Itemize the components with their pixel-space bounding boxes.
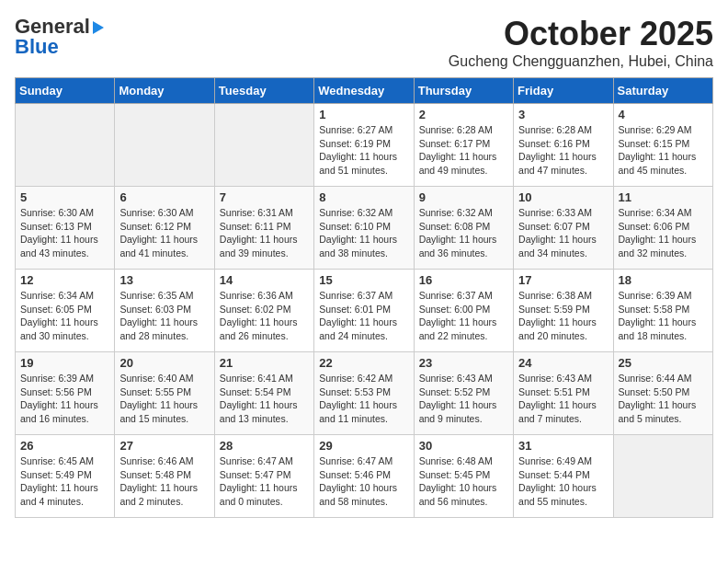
day-info: Sunrise: 6:47 AMSunset: 5:46 PMDaylight:… xyxy=(319,454,408,509)
day-number: 4 xyxy=(619,108,708,121)
header-monday: Monday xyxy=(115,78,214,104)
calendar-cell xyxy=(214,104,313,187)
day-info: Sunrise: 6:30 AMSunset: 6:13 PMDaylight:… xyxy=(20,206,109,260)
day-number: 29 xyxy=(319,439,408,453)
calendar-cell: 3Sunrise: 6:28 AMSunset: 6:16 PMDaylight… xyxy=(514,104,613,187)
day-number: 6 xyxy=(119,190,209,204)
calendar-week-row: 12Sunrise: 6:34 AMSunset: 6:05 PMDayligh… xyxy=(16,270,713,352)
calendar-cell: 5Sunrise: 6:30 AMSunset: 6:13 PMDaylight… xyxy=(16,187,115,270)
logo-arrow-icon xyxy=(93,21,104,34)
day-info: Sunrise: 6:39 AMSunset: 5:58 PMDaylight:… xyxy=(619,289,708,343)
day-info: Sunrise: 6:31 AMSunset: 6:11 PMDaylight:… xyxy=(220,206,309,260)
day-number: 7 xyxy=(220,190,309,204)
calendar-week-row: 1Sunrise: 6:27 AMSunset: 6:19 PMDaylight… xyxy=(16,104,713,187)
day-number: 8 xyxy=(319,190,408,204)
calendar-cell: 29Sunrise: 6:47 AMSunset: 5:46 PMDayligh… xyxy=(314,435,414,518)
calendar-week-row: 5Sunrise: 6:30 AMSunset: 6:13 PMDaylight… xyxy=(16,187,713,270)
calendar-week-row: 26Sunrise: 6:45 AMSunset: 5:49 PMDayligh… xyxy=(16,435,713,518)
calendar-cell: 31Sunrise: 6:49 AMSunset: 5:44 PMDayligh… xyxy=(514,435,613,518)
day-info: Sunrise: 6:30 AMSunset: 6:12 PMDaylight:… xyxy=(119,206,209,260)
page-header: General Blue October 2025 Gucheng Chengg… xyxy=(15,15,713,70)
calendar-cell: 13Sunrise: 6:35 AMSunset: 6:03 PMDayligh… xyxy=(115,270,214,352)
calendar-cell: 22Sunrise: 6:42 AMSunset: 5:53 PMDayligh… xyxy=(314,352,414,435)
header-friday: Friday xyxy=(514,78,613,104)
day-info: Sunrise: 6:37 AMSunset: 6:00 PMDaylight:… xyxy=(419,289,508,343)
day-info: Sunrise: 6:33 AMSunset: 6:07 PMDaylight:… xyxy=(518,206,608,260)
calendar-cell: 8Sunrise: 6:32 AMSunset: 6:10 PMDaylight… xyxy=(314,187,414,270)
day-info: Sunrise: 6:44 AMSunset: 5:50 PMDaylight:… xyxy=(619,372,708,426)
day-info: Sunrise: 6:37 AMSunset: 6:01 PMDaylight:… xyxy=(319,289,408,343)
header-tuesday: Tuesday xyxy=(214,78,313,104)
day-number: 27 xyxy=(119,439,209,453)
day-info: Sunrise: 6:43 AMSunset: 5:51 PMDaylight:… xyxy=(518,372,608,426)
day-info: Sunrise: 6:38 AMSunset: 5:59 PMDaylight:… xyxy=(518,289,608,343)
day-info: Sunrise: 6:29 AMSunset: 6:15 PMDaylight:… xyxy=(619,123,708,178)
calendar-cell: 10Sunrise: 6:33 AMSunset: 6:07 PMDayligh… xyxy=(514,187,613,270)
day-number: 1 xyxy=(319,108,408,121)
day-info: Sunrise: 6:42 AMSunset: 5:53 PMDaylight:… xyxy=(319,372,408,426)
calendar-cell: 9Sunrise: 6:32 AMSunset: 6:08 PMDaylight… xyxy=(414,187,513,270)
page-subtitle: Gucheng Chengguanzhen, Hubei, China xyxy=(449,53,713,70)
day-info: Sunrise: 6:48 AMSunset: 5:45 PMDaylight:… xyxy=(419,454,508,509)
calendar-cell: 30Sunrise: 6:48 AMSunset: 5:45 PMDayligh… xyxy=(414,435,513,518)
day-number: 20 xyxy=(119,356,209,370)
day-number: 14 xyxy=(220,273,309,287)
day-number: 3 xyxy=(518,108,608,121)
calendar-cell: 17Sunrise: 6:38 AMSunset: 5:59 PMDayligh… xyxy=(514,270,613,352)
calendar-cell: 20Sunrise: 6:40 AMSunset: 5:55 PMDayligh… xyxy=(115,352,214,435)
day-info: Sunrise: 6:45 AMSunset: 5:49 PMDaylight:… xyxy=(20,454,109,509)
calendar-cell xyxy=(115,104,214,187)
header-thursday: Thursday xyxy=(414,78,513,104)
calendar-cell xyxy=(16,104,115,187)
calendar-cell: 2Sunrise: 6:28 AMSunset: 6:17 PMDaylight… xyxy=(414,104,513,187)
day-number: 12 xyxy=(20,273,109,287)
logo-blue: Blue xyxy=(15,35,59,59)
header-saturday: Saturday xyxy=(613,78,712,104)
calendar-header-row: SundayMondayTuesdayWednesdayThursdayFrid… xyxy=(16,78,713,104)
calendar-cell: 25Sunrise: 6:44 AMSunset: 5:50 PMDayligh… xyxy=(613,352,712,435)
day-info: Sunrise: 6:36 AMSunset: 6:02 PMDaylight:… xyxy=(220,289,309,343)
day-info: Sunrise: 6:43 AMSunset: 5:52 PMDaylight:… xyxy=(419,372,508,426)
day-number: 19 xyxy=(20,356,109,370)
day-number: 16 xyxy=(419,273,508,287)
calendar-cell: 1Sunrise: 6:27 AMSunset: 6:19 PMDaylight… xyxy=(314,104,414,187)
day-info: Sunrise: 6:40 AMSunset: 5:55 PMDaylight:… xyxy=(119,372,209,426)
day-info: Sunrise: 6:47 AMSunset: 5:47 PMDaylight:… xyxy=(220,454,309,509)
day-info: Sunrise: 6:28 AMSunset: 6:17 PMDaylight:… xyxy=(419,123,508,178)
day-info: Sunrise: 6:28 AMSunset: 6:16 PMDaylight:… xyxy=(518,123,608,178)
day-info: Sunrise: 6:34 AMSunset: 6:06 PMDaylight:… xyxy=(619,206,708,260)
calendar-cell: 15Sunrise: 6:37 AMSunset: 6:01 PMDayligh… xyxy=(314,270,414,352)
title-block: October 2025 Gucheng Chengguanzhen, Hube… xyxy=(449,15,713,70)
calendar-cell: 11Sunrise: 6:34 AMSunset: 6:06 PMDayligh… xyxy=(613,187,712,270)
calendar-cell: 19Sunrise: 6:39 AMSunset: 5:56 PMDayligh… xyxy=(16,352,115,435)
day-number: 9 xyxy=(419,190,508,204)
day-number: 11 xyxy=(619,190,708,204)
calendar-cell: 14Sunrise: 6:36 AMSunset: 6:02 PMDayligh… xyxy=(214,270,313,352)
day-number: 24 xyxy=(518,356,608,370)
day-number: 21 xyxy=(220,356,309,370)
calendar-table: SundayMondayTuesdayWednesdayThursdayFrid… xyxy=(15,77,713,518)
day-info: Sunrise: 6:46 AMSunset: 5:48 PMDaylight:… xyxy=(119,454,209,509)
calendar-cell xyxy=(613,435,712,518)
day-number: 23 xyxy=(419,356,508,370)
calendar-cell: 21Sunrise: 6:41 AMSunset: 5:54 PMDayligh… xyxy=(214,352,313,435)
day-info: Sunrise: 6:32 AMSunset: 6:10 PMDaylight:… xyxy=(319,206,408,260)
day-number: 5 xyxy=(20,190,109,204)
calendar-cell: 16Sunrise: 6:37 AMSunset: 6:00 PMDayligh… xyxy=(414,270,513,352)
calendar-cell: 7Sunrise: 6:31 AMSunset: 6:11 PMDaylight… xyxy=(214,187,313,270)
day-number: 15 xyxy=(319,273,408,287)
day-number: 25 xyxy=(619,356,708,370)
day-number: 13 xyxy=(119,273,209,287)
day-number: 10 xyxy=(518,190,608,204)
calendar-cell: 27Sunrise: 6:46 AMSunset: 5:48 PMDayligh… xyxy=(115,435,214,518)
calendar-cell: 28Sunrise: 6:47 AMSunset: 5:47 PMDayligh… xyxy=(214,435,313,518)
calendar-cell: 26Sunrise: 6:45 AMSunset: 5:49 PMDayligh… xyxy=(16,435,115,518)
day-info: Sunrise: 6:39 AMSunset: 5:56 PMDaylight:… xyxy=(20,372,109,426)
logo: General Blue xyxy=(15,15,104,59)
calendar-cell: 6Sunrise: 6:30 AMSunset: 6:12 PMDaylight… xyxy=(115,187,214,270)
calendar-week-row: 19Sunrise: 6:39 AMSunset: 5:56 PMDayligh… xyxy=(16,352,713,435)
header-wednesday: Wednesday xyxy=(314,78,414,104)
day-number: 31 xyxy=(518,439,608,453)
day-number: 22 xyxy=(319,356,408,370)
day-info: Sunrise: 6:35 AMSunset: 6:03 PMDaylight:… xyxy=(119,289,209,343)
